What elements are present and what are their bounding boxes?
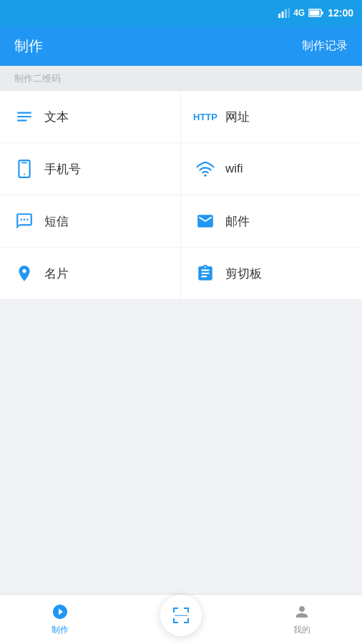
svg-rect-0 <box>278 14 280 18</box>
phone-icon <box>14 159 34 179</box>
battery-icon <box>308 9 324 17</box>
card-icon <box>14 263 34 283</box>
status-bar: 4G 12:00 <box>0 0 362 26</box>
menu-item-card-label: 名片 <box>44 265 69 282</box>
email-icon <box>195 211 215 231</box>
menu-item-wifi-label: wifi <box>225 162 243 176</box>
nav-create-label: 制作 <box>52 624 69 636</box>
top-bar: 制作 制作记录 <box>0 26 362 66</box>
menu-item-phone[interactable]: 手机号 <box>0 143 181 195</box>
svg-point-10 <box>204 175 206 177</box>
wifi-icon <box>195 159 215 179</box>
scan-button[interactable] <box>160 595 202 636</box>
menu-item-clipboard-label: 剪切板 <box>225 265 262 282</box>
text-icon <box>14 107 34 127</box>
section-header: 制作二维码 <box>0 66 362 91</box>
history-button[interactable]: 制作记录 <box>302 39 348 54</box>
status-time: 12:00 <box>328 7 353 19</box>
svg-rect-1 <box>282 11 284 18</box>
menu-item-email[interactable]: 邮件 <box>181 195 362 248</box>
svg-rect-20 <box>175 615 187 616</box>
create-nav-icon <box>51 602 69 621</box>
nav-item-scan[interactable] <box>121 595 242 645</box>
clipboard-icon <box>195 263 215 283</box>
scan-icon <box>170 605 192 626</box>
svg-rect-13 <box>173 608 175 613</box>
menu-item-text-label: 文本 <box>44 109 69 125</box>
nav-item-create[interactable]: 制作 <box>0 602 121 636</box>
menu-item-url[interactable]: HTTP 网址 <box>181 91 362 143</box>
menu-item-url-label: 网址 <box>225 109 250 125</box>
bottom-nav: 制作 我的 <box>0 594 362 644</box>
content-area <box>0 300 362 608</box>
menu-item-phone-label: 手机号 <box>44 161 81 177</box>
menu-grid: 文本 HTTP 网址 手机号 wifi 短信 <box>0 91 362 300</box>
svg-rect-5 <box>322 11 324 14</box>
http-icon: HTTP <box>195 107 215 127</box>
signal-icon <box>278 8 290 18</box>
menu-item-wifi[interactable]: wifi <box>181 143 362 195</box>
menu-item-sms-label: 短信 <box>44 213 69 230</box>
menu-item-sms[interactable]: 短信 <box>0 195 181 248</box>
sms-icon <box>14 211 34 231</box>
menu-item-email-label: 邮件 <box>225 213 250 230</box>
svg-rect-3 <box>288 8 290 18</box>
status-icons: 4G 12:00 <box>278 7 353 19</box>
svg-rect-15 <box>187 608 189 613</box>
svg-rect-2 <box>285 9 287 18</box>
nav-item-profile[interactable]: 我的 <box>241 602 362 636</box>
svg-rect-6 <box>310 11 320 16</box>
section-header-text: 制作二维码 <box>14 73 61 84</box>
svg-rect-19 <box>187 618 189 623</box>
svg-rect-17 <box>173 618 175 623</box>
menu-item-clipboard[interactable]: 剪切板 <box>181 248 362 300</box>
svg-point-8 <box>24 174 25 175</box>
network-type: 4G <box>293 8 305 18</box>
menu-item-card[interactable]: 名片 <box>0 248 181 300</box>
nav-profile-label: 我的 <box>293 624 310 636</box>
menu-item-text[interactable]: 文本 <box>0 91 181 143</box>
profile-nav-icon <box>293 602 311 621</box>
page-title: 制作 <box>14 36 43 56</box>
